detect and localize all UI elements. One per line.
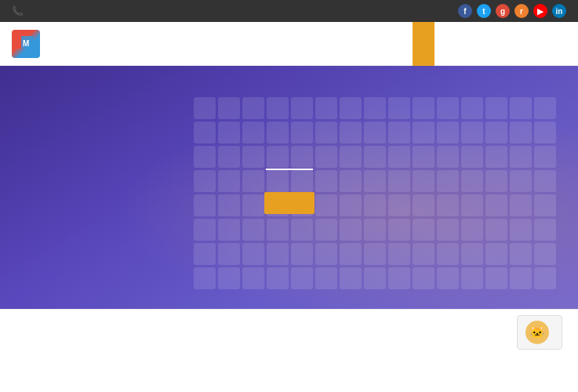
rss-icon[interactable]: r (514, 4, 529, 18)
twitter-icon[interactable]: t (477, 4, 491, 18)
logo[interactable]: M (12, 30, 413, 58)
formget-badge[interactable]: 🐱 (517, 315, 562, 350)
google-plus-icon[interactable]: g (496, 4, 510, 18)
nav-pricing[interactable] (500, 22, 522, 66)
linkedin-icon[interactable]: in (552, 4, 566, 18)
facebook-icon[interactable]: f (458, 4, 472, 18)
social-icons-group: f t g r ▶ in (458, 4, 566, 18)
svg-text:M: M (23, 39, 29, 48)
phone-icon: 📞 (12, 5, 24, 16)
phone-info: 📞 (12, 5, 28, 16)
nav-links (413, 22, 566, 65)
top-bar: 📞 f t g r ▶ in (0, 0, 578, 22)
nav-blog[interactable] (456, 22, 478, 66)
bottom-section: 🐱 (0, 309, 578, 354)
logo-icon: M (12, 30, 40, 58)
youtube-icon[interactable]: ▶ (533, 4, 547, 18)
hero-section: // Generate key elements const kp = docu… (0, 66, 578, 309)
formget-mascot-icon: 🐱 (525, 321, 549, 344)
keyboard-decoration: // Generate key elements const kp = docu… (186, 89, 578, 309)
get-started-button[interactable] (264, 192, 314, 214)
nav-home[interactable] (413, 22, 434, 66)
navigation: M (0, 22, 578, 66)
nav-gallery[interactable] (478, 22, 500, 66)
nav-contact[interactable] (544, 22, 566, 66)
nav-team[interactable] (522, 22, 544, 66)
hero-content (264, 161, 314, 214)
hero-divider (266, 169, 313, 170)
nav-services[interactable] (434, 22, 456, 66)
